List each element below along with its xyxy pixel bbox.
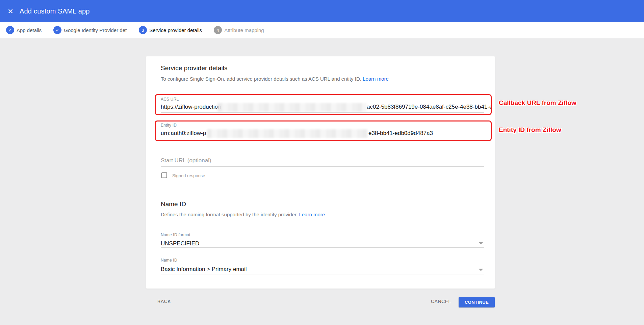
chevron-down-icon[interactable] (479, 269, 483, 271)
name-id-label: Name ID (161, 258, 177, 263)
chevron-down-icon[interactable] (479, 242, 483, 244)
card-title: Service provider details (161, 64, 227, 72)
step-complete-icon: ✓ (53, 26, 61, 34)
learn-more-link[interactable]: Learn more (363, 76, 389, 82)
step-number-icon: 3 (139, 26, 147, 34)
signed-response-checkbox[interactable] (161, 172, 167, 178)
step-label: Google Identity Provider details (64, 27, 127, 33)
step-separator: — (130, 27, 135, 33)
name-id-underline (161, 274, 484, 274)
acs-url-underline (161, 112, 484, 113)
close-icon[interactable]: ✕ (5, 5, 16, 17)
step-separator: — (45, 27, 50, 33)
service-provider-details-card: Service provider details To configure Si… (146, 56, 495, 289)
start-url-underline (161, 166, 484, 167)
acs-url-value-end[interactable]: ac02-5b83f869719e-084ae8af-c25e-4e38-bb4… (367, 104, 491, 110)
entity-id-label: Entity ID (161, 123, 177, 128)
entity-id-underline (161, 139, 484, 139)
learn-more-link[interactable]: Learn more (299, 212, 325, 217)
name-id-section-intro: Defines the naming format supported by t… (161, 212, 325, 217)
acs-url-redacted-blur (217, 103, 367, 112)
step-app-details[interactable]: ✓ App details (6, 26, 42, 34)
card-intro: To configure Single Sign-On, add service… (161, 76, 389, 82)
entity-id-annotation: Entity ID from Ziflow (499, 126, 561, 134)
name-id-value[interactable]: Basic Information > Primary email (161, 266, 247, 273)
cancel-button[interactable]: CANCEL (431, 299, 451, 304)
dialog-header: ✕ Add custom SAML app (0, 0, 644, 22)
entity-id-value-end[interactable]: e38-bb41-edb0d9d487a3 (368, 130, 492, 137)
acs-url-value-start[interactable]: https://ziflow-production (161, 104, 221, 110)
step-service-provider-details[interactable]: 3 Service provider details (139, 26, 202, 34)
step-separator: — (205, 27, 210, 33)
start-url-input[interactable] (161, 156, 484, 165)
entity-id-redacted-blur (207, 129, 368, 138)
step-complete-icon: ✓ (6, 26, 14, 34)
card-intro-text: To configure Single Sign-On, add service… (161, 76, 361, 82)
step-label: Attribute mapping (224, 27, 264, 33)
wizard-stepper: ✓ App details — ✓ Google Identity Provid… (0, 22, 644, 38)
name-id-format-underline (161, 247, 484, 248)
step-label: Service provider details (149, 27, 202, 33)
acs-url-label: ACS URL (161, 97, 179, 102)
name-id-intro-text: Defines the naming format supported by t… (161, 212, 298, 217)
acs-url-annotation: Callback URL from Ziflow (499, 99, 576, 107)
step-attribute-mapping[interactable]: 4 Attribute mapping (214, 26, 264, 34)
entity-id-value-start[interactable]: urn:auth0:ziflow-p (161, 130, 206, 137)
name-id-format-value[interactable]: UNSPECIFIED (161, 240, 199, 247)
step-number-icon: 4 (214, 26, 222, 34)
name-id-format-label: Name ID format (161, 233, 190, 237)
step-google-idp-details[interactable]: ✓ Google Identity Provider details (53, 26, 127, 34)
dialog-title: Add custom SAML app (20, 7, 90, 15)
name-id-section-title: Name ID (161, 200, 186, 208)
back-button[interactable]: BACK (157, 299, 171, 304)
step-label: App details (17, 27, 42, 33)
continue-button[interactable]: CONTINUE (459, 297, 495, 307)
signed-response-label: Signed response (172, 173, 205, 178)
